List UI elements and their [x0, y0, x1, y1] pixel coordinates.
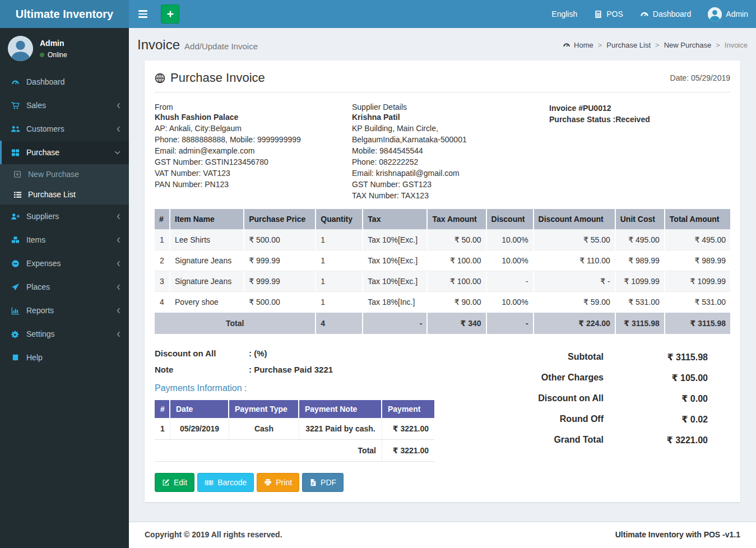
pos-link[interactable]: POS	[594, 10, 623, 18]
sidebar-item-purchase[interactable]: Purchase	[0, 141, 129, 164]
invoice-date: Date: 05/29/2019	[670, 73, 730, 82]
table-row: 4 Povery shoe ₹ 500.00 1 Tax 18%[Inc.] ₹…	[155, 291, 730, 312]
discount-on-all-row: Discount on All : (%)	[155, 349, 469, 358]
col-tax: Tax	[363, 209, 428, 229]
footer: Copyright © 2019 All rights reserved. Ul…	[129, 522, 756, 548]
sidebar-item-settings[interactable]: Settings	[0, 322, 129, 346]
breadcrumb-new-purchase[interactable]: New Purchase	[664, 41, 712, 49]
avatar	[8, 36, 33, 61]
col-tax-amount: Tax Amount	[428, 209, 486, 229]
invoice-number: Invoice #PU0012	[549, 103, 730, 114]
table-row: 2 Signature Jeans ₹ 999.99 1 Tax 10%[Exc…	[155, 250, 730, 271]
plus-square-icon	[13, 170, 22, 178]
shopping-cart-icon	[10, 101, 20, 110]
edit-button[interactable]: Edit	[155, 473, 194, 492]
payments-header-row: # Date Payment Type Payment Note Payment	[155, 400, 434, 418]
chevron-left-icon	[117, 261, 120, 267]
gauge-icon	[640, 10, 649, 18]
action-buttons: Edit Barcode Print	[155, 473, 469, 492]
table-row: 1 05/29/2019 Cash 3221 Paid by cash. ₹ 3…	[155, 418, 434, 440]
quick-add-button[interactable]	[161, 4, 179, 24]
from-block: From Khush Fashion Palace AP: Ankali, Ci…	[155, 103, 352, 201]
minus-circle-icon	[10, 259, 20, 268]
summary-grand-total: Grand Total ₹ 3221.00	[472, 435, 708, 445]
gears-icon	[10, 330, 20, 338]
gauge-icon	[563, 41, 571, 49]
sidebar-item-reports[interactable]: Reports	[0, 299, 129, 322]
book-icon	[10, 354, 20, 362]
supplier-block: Supplier Details Krishna Patil KP Buildi…	[352, 103, 549, 201]
brand-logo[interactable]: Ultimate Inventory	[0, 0, 129, 28]
sidebar-item-places[interactable]: Places	[0, 275, 129, 299]
list-icon	[13, 191, 22, 199]
items-header-row: # Item Name Purchase Price Quantity Tax …	[155, 209, 730, 229]
chevron-left-icon	[117, 308, 120, 314]
content-area: InvoiceAdd/Update Invoice Home > Purchas…	[129, 28, 756, 522]
col-purchase-price: Purchase Price	[244, 209, 316, 229]
table-row: 3 Signature Jeans ₹ 999.99 1 Tax 10%[Exc…	[155, 271, 730, 291]
sidebar-item-new-purchase[interactable]: New Purchase	[0, 164, 129, 184]
calculator-icon	[594, 10, 602, 18]
breadcrumb: Home > Purchase List > New Purchase > In…	[563, 41, 748, 49]
sidebar-toggle-button[interactable]	[130, 0, 156, 28]
content-header: InvoiceAdd/Update Invoice Home > Purchas…	[129, 28, 756, 56]
sidebar-item-purchase-list[interactable]: Purchase List	[0, 184, 129, 205]
hamburger-icon	[138, 10, 147, 12]
invoice-heading: Purchase Invoice	[155, 71, 265, 85]
invoice-meta-block: Invoice #PU0012 Purchase Status :Receive…	[549, 103, 730, 201]
barcode-button[interactable]: Barcode	[197, 473, 254, 492]
dashboard-link[interactable]: Dashboard	[640, 10, 692, 18]
grid-icon	[10, 148, 20, 157]
users-icon	[10, 125, 20, 133]
copyright-text: Copyright © 2019 All rights reserved.	[145, 530, 282, 548]
chevron-left-icon	[117, 213, 120, 220]
sidebar: Admin Online Dashboard Sales Customers	[0, 28, 129, 548]
from-name: Khush Fashion Palace	[155, 113, 352, 122]
payments-heading: Payments Information :	[155, 383, 469, 393]
language-menu[interactable]: English	[551, 10, 577, 18]
chevron-down-icon	[114, 151, 120, 155]
chevron-left-icon	[117, 284, 120, 290]
bar-chart-icon	[10, 306, 20, 315]
breadcrumb-home[interactable]: Home	[563, 41, 593, 49]
print-button[interactable]: Print	[257, 473, 299, 492]
col-payment-note: Payment Note	[299, 400, 382, 418]
payments-total-row: Total ₹ 3221.00	[155, 440, 434, 462]
purchase-submenu: New Purchase Purchase List	[0, 164, 129, 205]
sidebar-item-sales[interactable]: Sales	[0, 94, 129, 117]
sidebar-item-items[interactable]: Items	[0, 228, 129, 252]
breadcrumb-current: Invoice	[725, 41, 748, 49]
chevron-left-icon	[117, 331, 120, 337]
invoice-summary: Subtotal ₹ 3115.98 Other Charges ₹ 105.0…	[472, 349, 708, 492]
sidebar-item-help[interactable]: Help	[0, 346, 129, 369]
col-discount-amount: Discount Amount	[534, 209, 616, 229]
purchase-status: Purchase Status :Received	[549, 114, 730, 125]
file-pdf-icon	[309, 479, 317, 486]
sidebar-item-dashboard[interactable]: Dashboard	[0, 70, 129, 94]
summary-discount-on-all: Discount on All ₹ 0.00	[472, 393, 708, 404]
col-payment-type: Payment Type	[229, 400, 299, 418]
invoice-items-table: # Item Name Purchase Price Quantity Tax …	[155, 209, 730, 334]
gauge-icon	[10, 78, 20, 86]
user-menu[interactable]: Admin	[708, 7, 748, 21]
edit-icon	[162, 479, 170, 486]
breadcrumb-purchase-list[interactable]: Purchase List	[606, 41, 651, 49]
supplier-name: Krishna Patil	[352, 113, 549, 122]
sidebar-menu: Dashboard Sales Customers Purchase	[0, 70, 129, 369]
pdf-button[interactable]: PDF	[302, 473, 344, 492]
cubes-icon	[10, 236, 20, 244]
chevron-left-icon	[117, 126, 120, 132]
sidebar-item-expenses[interactable]: Expenses	[0, 252, 129, 275]
sidebar-item-customers[interactable]: Customers	[0, 117, 129, 141]
summary-round-off: Round Off ₹ 0.02	[472, 414, 708, 425]
col-unit-cost: Unit Cost	[616, 209, 665, 229]
sidebar-item-suppliers[interactable]: Suppliers	[0, 205, 129, 228]
plus-icon	[166, 10, 175, 18]
payments-table: # Date Payment Type Payment Note Payment…	[155, 400, 434, 462]
paper-plane-icon	[10, 283, 20, 291]
user-plus-icon	[10, 212, 20, 220]
sidebar-user-name: Admin	[40, 39, 67, 48]
col-total-amount: Total Amount	[665, 209, 730, 229]
barcode-icon	[205, 479, 214, 486]
items-total-row: Total 4 - ₹ 340 - ₹ 224.00 ₹ 3115.98 ₹ 3…	[155, 312, 730, 334]
